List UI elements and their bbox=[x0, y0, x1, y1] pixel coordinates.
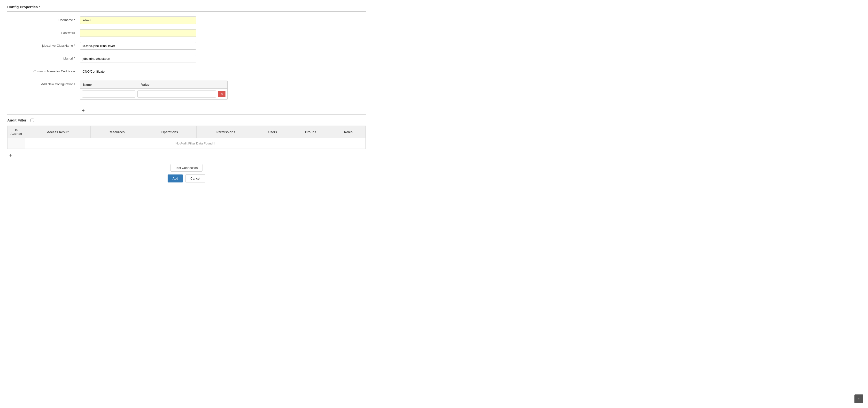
jdbc-url-row: jdbc.url * bbox=[7, 55, 366, 62]
audit-filter-checkbox[interactable] bbox=[31, 118, 34, 122]
jdbc-url-input-container bbox=[80, 55, 196, 62]
config-table-header: Name Value bbox=[80, 81, 227, 89]
audit-table-body: No Audit Filter Data Found !! bbox=[7, 138, 366, 149]
col-header-is-audited: Is Audited bbox=[7, 126, 25, 138]
jdbc-driver-label: jdbc.driverClassName * bbox=[7, 42, 80, 47]
delete-icon: ✕ bbox=[220, 92, 223, 96]
password-input[interactable] bbox=[80, 29, 196, 37]
common-name-input-container bbox=[80, 68, 196, 75]
row-indicator-cell bbox=[7, 138, 25, 149]
jdbc-driver-input[interactable] bbox=[80, 42, 196, 49]
audit-filter-section: Audit Filter : Is Audited Access Result … bbox=[7, 114, 366, 159]
common-name-label: Common Name for Certificate bbox=[7, 68, 80, 73]
common-name-input[interactable] bbox=[80, 68, 196, 75]
cancel-button[interactable]: Cancel bbox=[185, 174, 205, 182]
add-audit-row-button[interactable]: + bbox=[7, 152, 14, 159]
no-data-message: No Audit Filter Data Found !! bbox=[25, 138, 366, 149]
audit-table-header-row: Is Audited Access Result Resources Opera… bbox=[7, 126, 366, 138]
col-header-operations: Operations bbox=[143, 126, 197, 138]
password-row: Password bbox=[7, 29, 366, 37]
col-header-users: Users bbox=[255, 126, 290, 138]
add-row-container: + bbox=[7, 105, 366, 114]
common-name-row: Common Name for Certificate bbox=[7, 68, 366, 75]
username-input[interactable] bbox=[80, 16, 196, 24]
config-properties-title: Config Properties : bbox=[7, 5, 366, 12]
config-value-input[interactable] bbox=[137, 91, 216, 98]
add-config-row-button[interactable]: + bbox=[80, 107, 87, 114]
col-header-groups: Groups bbox=[290, 126, 331, 138]
page-container: Config Properties : Username * Password … bbox=[0, 0, 373, 187]
add-new-config-label: Add New Configurations bbox=[7, 80, 80, 86]
config-name-header: Name bbox=[80, 81, 138, 88]
password-label: Password bbox=[7, 29, 80, 35]
config-table-row: ✕ bbox=[80, 89, 227, 99]
col-header-access-result: Access Result bbox=[25, 126, 90, 138]
jdbc-url-label: jdbc.url * bbox=[7, 55, 80, 60]
add-button[interactable]: Add bbox=[167, 174, 183, 182]
col-header-roles: Roles bbox=[331, 126, 366, 138]
add-new-config-row: Add New Configurations Name Value ✕ bbox=[7, 80, 366, 100]
username-input-container bbox=[80, 16, 196, 24]
config-value-header: Value bbox=[138, 81, 227, 88]
audit-table-header: Is Audited Access Result Resources Opera… bbox=[7, 126, 366, 138]
password-input-container bbox=[80, 29, 196, 37]
form-action-row: Add Cancel bbox=[167, 174, 206, 182]
new-config-table-container: Name Value ✕ bbox=[80, 80, 228, 100]
audit-filter-title-row: Audit Filter : bbox=[7, 118, 366, 122]
audit-no-data-row: No Audit Filter Data Found !! bbox=[7, 138, 366, 149]
audit-filter-label: Audit Filter : bbox=[7, 118, 29, 122]
username-label: Username * bbox=[7, 16, 80, 22]
action-buttons-container: Test Connection Add Cancel bbox=[7, 164, 366, 182]
username-row: Username * bbox=[7, 16, 366, 24]
col-header-resources: Resources bbox=[90, 126, 143, 138]
col-header-permissions: Permissions bbox=[196, 126, 255, 138]
jdbc-driver-row: jdbc.driverClassName * bbox=[7, 42, 366, 49]
config-name-input[interactable] bbox=[82, 91, 135, 98]
jdbc-url-input[interactable] bbox=[80, 55, 196, 62]
test-connection-button[interactable]: Test Connection bbox=[170, 164, 202, 172]
audit-filter-table: Is Audited Access Result Resources Opera… bbox=[7, 126, 366, 149]
jdbc-driver-input-container bbox=[80, 42, 196, 49]
delete-config-button[interactable]: ✕ bbox=[218, 91, 225, 97]
new-config-table: Name Value ✕ bbox=[80, 80, 228, 100]
